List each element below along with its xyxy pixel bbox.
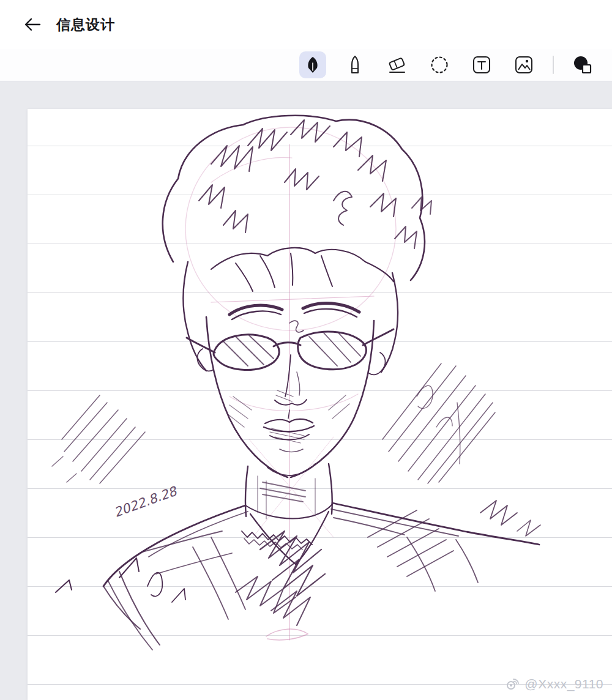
eraser-icon xyxy=(387,54,408,75)
canvas-area: 2022.8.28 @Xxxx_9110 xyxy=(0,81,612,700)
portrait-sketch: 2022.8.28 xyxy=(28,109,612,700)
weibo-logo-icon xyxy=(505,677,521,691)
image-icon xyxy=(513,54,534,75)
eraser-tool-button[interactable] xyxy=(384,51,411,78)
page-title: 信息设计 xyxy=(56,15,115,34)
watermark-handle: @Xxxx_9110 xyxy=(524,677,603,691)
dashed-circle-icon xyxy=(429,54,450,75)
pen-tool-button[interactable] xyxy=(299,51,326,78)
shape-tool-button[interactable] xyxy=(569,51,596,78)
app-header: 信息设计 xyxy=(0,0,612,49)
back-arrow-icon xyxy=(22,16,43,33)
marker-icon xyxy=(345,54,365,75)
text-tool-button[interactable] xyxy=(468,51,495,78)
text-box-icon xyxy=(471,54,492,75)
marker-tool-button[interactable] xyxy=(341,51,368,78)
pen-nib-icon xyxy=(302,54,323,75)
drawing-paper[interactable]: 2022.8.28 @Xxxx_9110 xyxy=(28,109,612,700)
drawing-toolbar xyxy=(0,49,612,81)
back-button[interactable] xyxy=(22,15,43,34)
lasso-tool-button[interactable] xyxy=(426,51,453,78)
watermark: @Xxxx_9110 xyxy=(505,677,603,691)
image-tool-button[interactable] xyxy=(510,51,537,78)
shapes-icon xyxy=(572,54,593,75)
sketch-date-annotation: 2022.8.28 xyxy=(112,483,179,520)
toolbar-divider xyxy=(553,56,554,74)
